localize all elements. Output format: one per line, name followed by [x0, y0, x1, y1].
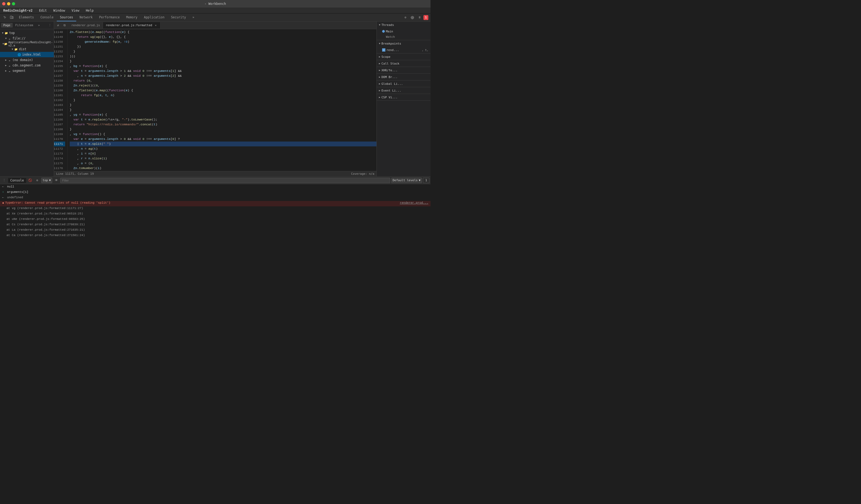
code-line-11167: return "https://redis.io/commands/".conc… — [70, 122, 377, 127]
code-line-11152: } — [70, 49, 377, 54]
editor-sync-button[interactable]: ⇄ — [55, 23, 61, 28]
code-line-11174: , r = n.slice(1) — [70, 156, 377, 161]
tree-item-file[interactable]: ▼ ☁ file:// — [0, 36, 54, 41]
file-tree-content: ▼ 📁 top ▼ ☁ file:// ▼ 📁 Applications/Red… — [0, 29, 54, 177]
call-stack-header[interactable]: ▶ Call Stack — [377, 60, 430, 67]
tab-console[interactable]: Console — [37, 14, 56, 21]
file-tree-tab-more[interactable]: » — [36, 23, 42, 28]
code-line-11151: }) — [70, 44, 377, 49]
tree-item-applications[interactable]: ▼ 📁 Applications/RedisInsight-v2.a — [0, 41, 54, 46]
tab-performance[interactable]: Performance — [96, 14, 123, 21]
console-stack-4-text: at Cs (renderer.prod.js:formatted:270839… — [6, 223, 85, 226]
ln-11169: 11169 — [54, 132, 65, 137]
tree-label-top: top — [9, 31, 15, 35]
app-menu-window[interactable]: Window — [52, 9, 66, 12]
console-stack-5: at La (renderer.prod.js:formatted:271635… — [0, 228, 430, 233]
code-line-11149: return ug(ug({}, e), {}, { — [70, 34, 377, 39]
breakpoint-checkbox[interactable]: ✓ — [382, 48, 385, 52]
minimize-button[interactable] — [7, 2, 10, 5]
app-menu-edit[interactable]: Edit — [38, 9, 48, 12]
code-line-11168: } — [70, 127, 377, 132]
event-label: Event Li... — [381, 89, 401, 93]
code-line-11173: , i = n[0] — [70, 151, 377, 156]
file-tree-tab-page[interactable]: Page — [1, 23, 13, 28]
xhr-chevron: ▶ — [379, 69, 380, 72]
device-toolbar-button[interactable] — [9, 15, 15, 20]
editor-right-split: ⇄ ⧉ renderer.prod.js renderer.prod.js:fo… — [54, 22, 430, 177]
console-error-link[interactable]: renderer.prod... — [400, 201, 428, 205]
thread-main[interactable]: Main — [377, 29, 430, 34]
ln-11173: 11173 — [54, 151, 65, 156]
console-settings-button[interactable]: ⚙ — [34, 178, 40, 183]
pause-button[interactable]: ⏸ — [416, 15, 422, 20]
editor-split-button[interactable]: ⧉ — [62, 23, 68, 28]
settings-button[interactable]: ⚙ — [402, 15, 408, 20]
tree-item-cdn[interactable]: ▶ ☁ cdn.segment.com — [0, 63, 54, 68]
breakpoints-header[interactable]: ▼ Breakpoints — [377, 40, 430, 47]
tab-network[interactable]: Network — [76, 14, 96, 21]
scope-header[interactable]: ▶ Scope — [377, 54, 430, 60]
xhr-header[interactable]: ▶ XHR/fe... — [377, 67, 430, 73]
app-menu-view[interactable]: View — [70, 9, 81, 12]
close-button[interactable] — [2, 2, 5, 5]
tab-more[interactable]: » — [189, 14, 197, 21]
tree-item-segment[interactable]: ▶ ☁ segment — [0, 68, 54, 73]
console-entry-error[interactable]: ● TypeError: Cannot read properties of n… — [0, 201, 430, 206]
tree-label-index: index.html — [22, 53, 41, 56]
global-header[interactable]: ▶ Global Li... — [377, 81, 430, 87]
console-content: ← null › arguments[1] ← undefined ● Type… — [0, 184, 430, 252]
console-menu-button[interactable]: ⋮ — [1, 178, 7, 183]
call-stack-chevron: ▶ — [379, 62, 380, 65]
tree-item-nodomain[interactable]: ▶ ☁ (no domain) — [0, 57, 54, 63]
csp-header[interactable]: ▶ CSP Vi... — [377, 94, 430, 100]
file-tree-menu-button[interactable]: ⋮ — [47, 23, 53, 28]
tab-elements[interactable]: Elements — [16, 14, 37, 21]
threads-header[interactable]: ▼ Threads — [377, 22, 430, 28]
code-view[interactable]: 11148 11149 11150 11151 11152 11153 1115… — [54, 29, 377, 171]
inspect-element-button[interactable] — [2, 15, 8, 20]
code-line-11156: var t = arguments.length > 1 && void 0 !… — [70, 69, 377, 73]
tree-label-file: file:// — [12, 37, 25, 40]
tab-application[interactable]: Application — [141, 14, 168, 21]
breakpoints-content: ✓ rend... , t, — [377, 47, 430, 53]
ln-11149: 11149 — [54, 34, 65, 39]
window-title: - Workbench — [205, 2, 226, 6]
breakpoint-renderer[interactable]: ✓ rend... , t, — [377, 47, 430, 53]
ln-11163: 11163 — [54, 103, 65, 108]
devtools-toolbar-right: ⚙ ⏸ 1 — [402, 15, 429, 20]
ln-11150: 11150 — [54, 39, 65, 44]
console-clear-button[interactable]: 🚫 — [27, 178, 33, 183]
event-header[interactable]: ▶ Event Li... — [377, 87, 430, 94]
console-eye-button[interactable]: 👁 — [53, 178, 59, 183]
editor-tab-renderer-prod[interactable]: renderer.prod.js — [69, 22, 103, 29]
console-context-label: top — [43, 179, 48, 182]
console-context-selector[interactable]: top ▼ — [41, 178, 52, 183]
tree-item-index-html[interactable]: ▶ 🌐 index.html — [0, 52, 54, 57]
maximize-button[interactable] — [12, 2, 15, 5]
ln-11171: 11171 — [54, 141, 65, 146]
tab-security[interactable]: Security — [168, 14, 189, 21]
console-tab-label[interactable]: Console — [8, 178, 26, 183]
close-tab-formatted[interactable]: ✕ — [154, 24, 158, 27]
file-tree-tab-filesystem[interactable]: Filesystem — [13, 23, 36, 28]
thread-watch[interactable]: Watch — [377, 34, 430, 39]
global-label: Global Li... — [381, 82, 403, 86]
tab-memory[interactable]: Memory — [123, 14, 141, 21]
threads-chevron: ▼ — [379, 24, 380, 26]
event-section: ▶ Event Li... — [377, 87, 430, 94]
dom-header[interactable]: ▶ DOM Br... — [377, 74, 430, 80]
ln-11153: 11153 — [54, 54, 65, 59]
console-levels-selector[interactable]: Default levels ▼ — [391, 178, 422, 183]
tab-sources[interactable]: Sources — [57, 14, 76, 21]
console-filter-input[interactable] — [60, 178, 390, 183]
code-line-11162: } — [70, 98, 377, 103]
console-entry-arguments[interactable]: › arguments[1] — [0, 190, 430, 196]
app-menu-redisinsight[interactable]: RedisInsight-v2 — [2, 9, 33, 12]
tree-item-dist[interactable]: ▼ 📁 dist — [0, 46, 54, 52]
breakpoints-chevron: ▼ — [379, 42, 380, 45]
app-menu-help[interactable]: Help — [85, 9, 95, 12]
code-line-11161: return fg(e, t, n) — [70, 93, 377, 98]
focus-debuggee-button[interactable] — [409, 15, 415, 20]
tree-item-top[interactable]: ▼ 📁 top — [0, 30, 54, 36]
editor-tab-renderer-formatted[interactable]: renderer.prod.js:formatted ✕ — [103, 22, 161, 29]
